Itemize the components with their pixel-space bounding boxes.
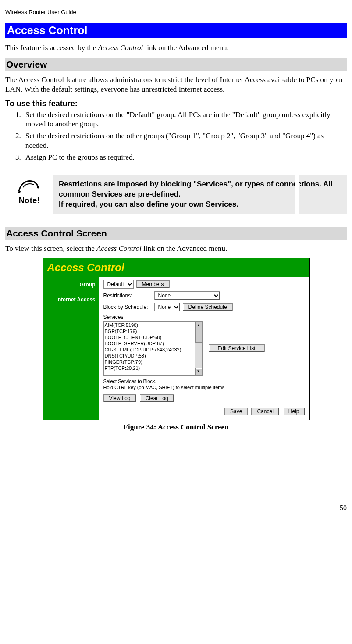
members-button[interactable]: Members — [136, 280, 170, 288]
services-label: Services — [103, 314, 305, 320]
side-label-group: Group — [45, 282, 96, 288]
screen-p-italic: Access Control — [96, 244, 142, 253]
edit-service-button[interactable]: Edit Service List — [209, 344, 265, 352]
note-label: Note! — [5, 196, 53, 205]
note-box: Restrictions are imposed by blocking "Se… — [53, 175, 347, 214]
step-2: Set the desired restrictions on the othe… — [23, 131, 347, 150]
help-button[interactable]: Help — [283, 408, 305, 415]
feature-heading: To use this feature: — [5, 99, 347, 108]
page-number: 50 — [5, 502, 347, 512]
service-item[interactable]: BOOTP_SERVER(UDP:67) — [105, 340, 201, 347]
services-listbox[interactable]: AIM(TCP:5190) BGP(TCP:179) BOOTP_CLIENT(… — [103, 321, 203, 376]
overview-heading: Overview — [5, 58, 347, 71]
screen-p-post: link on the Advanced menu. — [142, 244, 227, 253]
figure-caption: Figure 34: Access Control Screen — [5, 423, 347, 432]
scroll-up-icon[interactable]: ▲ — [195, 322, 202, 329]
step-1: Set the desired restrictions on the "Def… — [23, 110, 347, 129]
group-select[interactable]: Default — [103, 280, 134, 289]
screenshot-title: Access Control — [43, 258, 309, 277]
services-hint: Select Services to Block. Hold CTRL key … — [103, 378, 305, 391]
intro-pre: This feature is accessed by the — [5, 43, 98, 52]
block-schedule-label: Block by Schedule: — [103, 304, 152, 310]
service-item[interactable]: FINGER(TCP:79) — [105, 359, 201, 365]
hint-line1: Select Services to Block. — [103, 379, 156, 384]
screen-paragraph: To view this screen, select the Access C… — [5, 244, 347, 253]
restrictions-label: Restrictions: — [103, 293, 152, 299]
scrollbar[interactable]: ▲ ▼ — [195, 322, 202, 375]
restrictions-select[interactable]: None — [154, 291, 220, 300]
view-log-button[interactable]: View Log — [103, 394, 136, 402]
service-item[interactable]: FTP(TCP:20,21) — [105, 365, 201, 371]
intro-post: link on the Advanced menu. — [143, 43, 228, 52]
note-line1: Restrictions are imposed by blocking "Se… — [59, 180, 333, 198]
service-item[interactable]: AIM(TCP:5190) — [105, 322, 201, 328]
access-control-screenshot: Access Control Group Internet Access Def… — [43, 258, 310, 420]
note-icon: Note! — [5, 175, 53, 205]
service-item[interactable]: CU-SEEME(TCP/UDP:7648,24032) — [105, 347, 201, 353]
scroll-thumb[interactable] — [195, 329, 202, 343]
block-schedule-select[interactable]: None — [154, 303, 180, 311]
scroll-down-icon[interactable]: ▼ — [195, 368, 202, 375]
service-item[interactable]: DNS(TCP/UDP:53) — [105, 353, 201, 359]
step-3: Assign PC to the groups as required. — [23, 153, 347, 162]
svg-point-0 — [37, 186, 39, 189]
doc-header: Wireless Router User Guide — [5, 9, 347, 15]
clear-log-button[interactable]: Clear Log — [140, 394, 174, 402]
service-item[interactable]: BGP(TCP:179) — [105, 328, 201, 334]
intro-italic: Access Control — [98, 43, 143, 52]
overview-paragraph: The Access Control feature allows admini… — [5, 75, 347, 94]
screen-p-pre: To view this screen, select the — [5, 244, 96, 253]
steps-list: Set the desired restrictions on the "Def… — [5, 110, 347, 162]
page-title: Access Control — [5, 23, 347, 38]
note-line2: If required, you can also define your ow… — [59, 200, 238, 208]
service-item[interactable]: BOOTP_CLIENT(UDP:68) — [105, 334, 201, 340]
hint-line2: Hold CTRL key (on MAC, SHIFT) to select … — [103, 385, 225, 390]
screen-heading: Access Control Screen — [5, 227, 347, 240]
define-schedule-button[interactable]: Define Schedule — [183, 303, 233, 311]
intro-paragraph: This feature is accessed by the Access C… — [5, 43, 347, 52]
save-button[interactable]: Save — [224, 408, 248, 415]
side-label-internet: Internet Access — [45, 297, 96, 303]
cancel-button[interactable]: Cancel — [251, 408, 279, 415]
